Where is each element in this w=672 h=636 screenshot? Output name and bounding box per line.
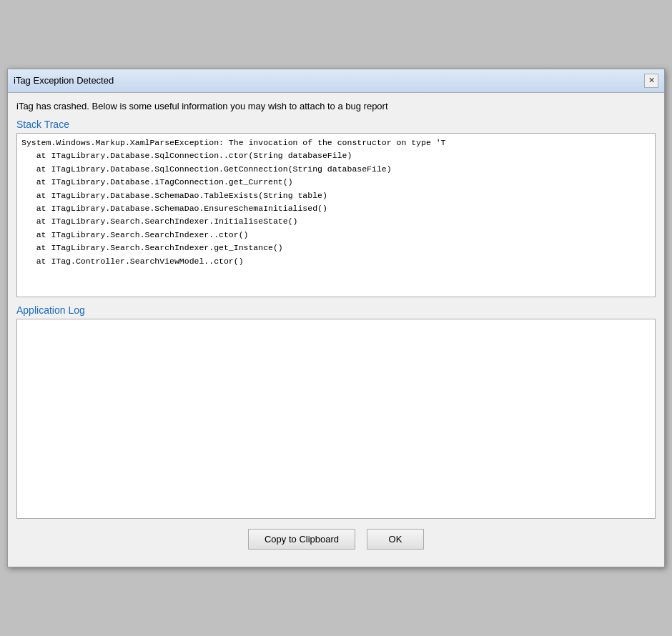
crash-message: iTag has crashed. Below is some useful i… xyxy=(16,100,656,113)
button-row: Copy to Clipboard OK xyxy=(16,529,656,560)
app-log-container xyxy=(16,319,656,519)
close-icon: ✕ xyxy=(648,76,655,85)
dialog-title: iTag Exception Detected xyxy=(14,75,114,86)
ok-button[interactable]: OK xyxy=(367,529,424,550)
app-log-label: Application Log xyxy=(16,304,656,316)
title-bar: iTag Exception Detected ✕ xyxy=(8,69,664,93)
stack-trace-container: System.Windows.Markup.XamlParseException… xyxy=(16,133,656,297)
close-button[interactable]: ✕ xyxy=(644,74,658,88)
stack-trace-label: Stack Trace xyxy=(16,119,656,130)
exception-dialog: iTag Exception Detected ✕ iTag has crash… xyxy=(7,69,665,567)
stack-trace-content: System.Windows.Markup.XamlParseException… xyxy=(17,134,655,271)
dialog-body: iTag has crashed. Below is some useful i… xyxy=(8,93,664,567)
copy-to-clipboard-button[interactable]: Copy to Clipboard xyxy=(248,529,355,550)
